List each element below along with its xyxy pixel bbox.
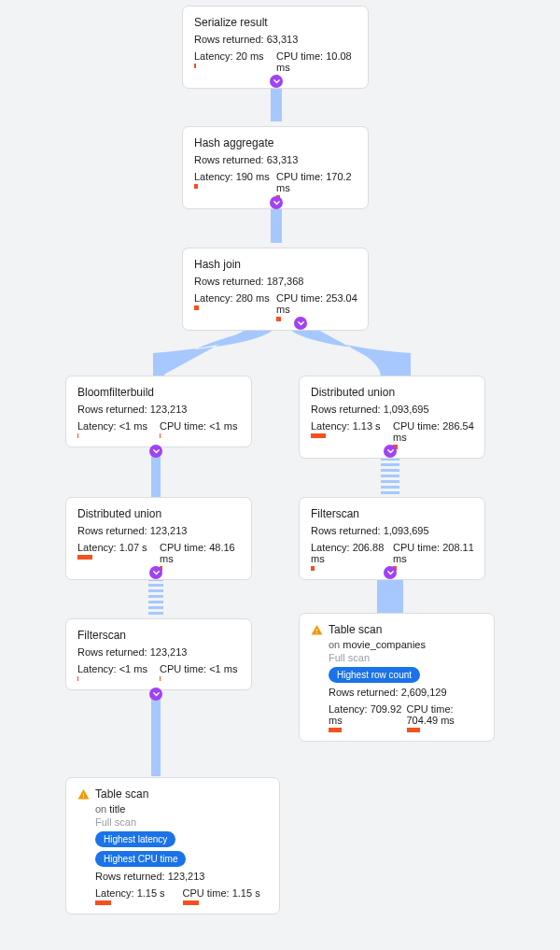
node-bloomfilterbuild[interactable]: Bloomfilterbuild Rows returned: 123,213 … [65, 376, 252, 447]
rows-returned: Rows returned: 63,313 [194, 154, 358, 165]
latency-bar [194, 64, 276, 68]
node-title: Distributed union [77, 507, 242, 521]
node-table-scan-title[interactable]: Table scan on title Full scan Highest la… [65, 777, 280, 915]
cpu-bar [276, 195, 358, 200]
node-title: Serialize result [194, 16, 358, 30]
latency-label: Latency: <1 ms [77, 663, 160, 674]
cpu-label: CPU time: <1 ms [160, 663, 242, 674]
toggle-collapse[interactable] [384, 445, 397, 458]
node-table-scan-movie-companies[interactable]: Table scan on movie_companies Full scan … [299, 613, 495, 742]
scan-type: Full scan [95, 816, 270, 828]
cpu-bar [276, 75, 358, 79]
latency-label: Latency: 1.15 s [95, 887, 183, 899]
cpu-bar [276, 317, 358, 321]
cpu-bar [393, 445, 475, 449]
latency-label: Latency: 190 ms [194, 171, 276, 182]
latency-label: Latency: <1 ms [77, 420, 160, 432]
rows-returned: Rows returned: 187,368 [194, 276, 358, 287]
cpu-label: CPU time: 170.2 ms [276, 171, 358, 193]
cpu-label: CPU time: 286.54 ms [393, 420, 475, 443]
cpu-label: CPU time: 253.04 ms [276, 292, 358, 315]
rows-returned: Rows returned: 63,313 [194, 34, 358, 45]
node-filterscan-left[interactable]: Filterscan Rows returned: 123,213 Latenc… [65, 618, 252, 690]
latency-label: Latency: 20 ms [194, 50, 276, 62]
scan-target: on movie_companies [329, 639, 484, 651]
query-plan-canvas: Serialize result Rows returned: 63,313 L… [0, 0, 560, 950]
latency-label: Latency: 1.13 s [311, 420, 393, 432]
toggle-collapse[interactable] [149, 445, 162, 458]
cpu-label: CPU time: <1 ms [160, 420, 242, 432]
cpu-bar [183, 900, 271, 905]
scan-type: Full scan [329, 652, 484, 663]
latency-bar [194, 305, 276, 310]
toggle-collapse[interactable] [270, 196, 283, 209]
latency-label: Latency: 206.88 ms [311, 542, 393, 564]
rows-returned: Rows returned: 1,093,695 [311, 404, 475, 415]
rows-returned: Rows returned: 123,213 [95, 871, 270, 882]
rows-returned: Rows returned: 1,093,695 [311, 525, 475, 536]
latency-label: Latency: 709.92 ms [329, 703, 407, 726]
node-title: Hash join [194, 258, 358, 272]
warning-icon [311, 624, 323, 636]
node-title: Table scan [95, 787, 270, 801]
scan-target: on title [95, 803, 270, 815]
node-hash-join[interactable]: Hash join Rows returned: 187,368 Latency… [182, 248, 369, 331]
latency-bar [311, 566, 393, 571]
cpu-bar [407, 728, 485, 732]
latency-bar [95, 900, 183, 905]
node-title: Table scan [329, 623, 484, 637]
latency-label: Latency: 280 ms [194, 292, 276, 304]
cpu-bar [160, 566, 242, 571]
node-title: Distributed union [311, 386, 475, 400]
latency-bar [329, 728, 407, 732]
rows-returned: Rows returned: 123,213 [77, 525, 242, 536]
rows-returned: Rows returned: 2,609,129 [329, 687, 484, 698]
latency-bar [311, 433, 393, 438]
warning-icon [77, 788, 90, 801]
toggle-collapse[interactable] [384, 566, 397, 579]
badge-highest-cpu: Highest CPU time [95, 851, 186, 867]
toggle-collapse[interactable] [294, 317, 307, 330]
toggle-collapse[interactable] [149, 566, 162, 579]
cpu-bar [393, 566, 475, 571]
cpu-bar [160, 676, 242, 681]
cpu-bar [160, 433, 242, 438]
latency-bar [77, 676, 160, 681]
badge-highest-rows: Highest row count [329, 667, 420, 683]
badge-highest-latency: Highest latency [95, 831, 175, 847]
toggle-collapse[interactable] [149, 688, 162, 701]
cpu-label: CPU time: 1.15 s [183, 887, 271, 899]
rows-returned: Rows returned: 123,213 [77, 404, 242, 415]
rows-returned: Rows returned: 123,213 [77, 646, 242, 658]
cpu-label: CPU time: 208.11 ms [393, 542, 475, 564]
cpu-label: CPU time: 704.49 ms [407, 703, 485, 726]
latency-label: Latency: 1.07 s [77, 542, 160, 553]
latency-bar [194, 184, 276, 189]
node-title: Bloomfilterbuild [77, 386, 242, 400]
node-title: Filterscan [77, 629, 242, 643]
node-title: Filterscan [311, 507, 475, 521]
toggle-collapse[interactable] [270, 75, 283, 88]
cpu-label: CPU time: 10.08 ms [276, 50, 358, 73]
latency-bar [77, 555, 160, 560]
latency-bar [77, 433, 160, 438]
node-title: Hash aggregate [194, 136, 358, 150]
cpu-label: CPU time: 48.16 ms [160, 542, 242, 564]
